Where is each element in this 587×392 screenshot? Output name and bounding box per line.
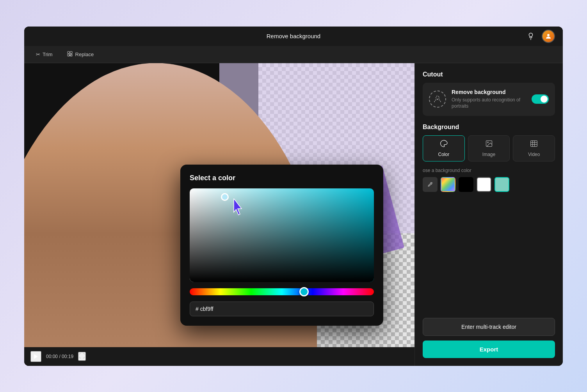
svg-rect-12 [531,141,537,147]
video-preview: Select a color [24,63,414,347]
main-content: Select a color [24,63,563,366]
svg-point-9 [436,96,439,99]
window-title: Remove background [267,33,320,39]
remove-bg-title: Remove background [452,89,526,95]
picker-cursor [221,193,229,201]
video-tab-label: Video [528,152,540,157]
right-panel: Cutout Remove background Only supports a… [414,63,563,366]
image-tab[interactable]: Image [468,135,510,161]
video-area: Select a color [24,63,414,366]
video-controls: 00:00 / 00:19 [24,347,414,366]
svg-rect-3 [68,51,69,53]
title-bar: Remove background [24,27,563,46]
time-display: 00:00 / 00:19 [46,354,73,359]
image-tab-icon [485,140,493,149]
svg-point-2 [547,34,550,36]
white-swatch[interactable] [477,177,491,192]
background-tabs: Color Image [423,135,555,161]
gradient-base [190,188,374,282]
color-tab[interactable]: Color [423,135,465,161]
svg-rect-5 [68,54,69,56]
time-current: 00:00 [46,354,58,359]
hex-input[interactable] [190,302,374,316]
cutout-section-title: Cutout [423,71,555,78]
replace-label: Replace [75,51,94,57]
eyedropper-swatch[interactable] [423,177,438,192]
cursor-pointer [231,199,246,220]
svg-marker-7 [234,199,242,215]
cutout-person-icon [429,90,446,108]
color-tab-icon [440,140,448,149]
background-section: Background Color [423,124,555,192]
cutout-text: Remove background Only supports auto rec… [452,89,526,110]
svg-rect-4 [70,51,72,53]
replace-button[interactable]: Replace [61,48,100,60]
image-tab-label: Image [482,152,495,157]
color-swatches [423,177,555,192]
svg-point-11 [487,142,488,143]
color-gradient-area[interactable] [190,188,374,282]
title-bar-actions [525,30,555,43]
hex-input-row [190,302,374,316]
replace-icon [67,51,73,58]
time-total: 00:19 [62,354,73,359]
svg-marker-8 [34,354,37,359]
picker-title: Select a color [190,174,374,182]
color-tab-label: Color [438,152,449,157]
trim-label: Trim [43,51,53,57]
app-window: Remove background ✂ Trim [24,27,563,366]
export-button[interactable]: Export [423,341,555,358]
trim-icon: ✂ [36,51,40,57]
export-label: Export [480,346,498,353]
spacer [423,200,555,310]
cutout-card: Remove background Only supports auto rec… [423,83,555,116]
gradient-swatch[interactable] [441,177,455,192]
bg-color-label: ose a background color [423,168,555,173]
remove-bg-toggle[interactable] [532,94,549,104]
black-swatch[interactable] [459,177,473,192]
trim-button[interactable]: ✂ Trim [30,49,58,60]
bottom-actions: Enter multi-track editor Export [423,318,555,358]
multi-track-label: Enter multi-track editor [461,324,516,330]
multi-track-button[interactable]: Enter multi-track editor [423,318,555,336]
video-tab-icon [530,140,538,149]
lightbulb-btn[interactable] [525,30,537,43]
color-picker-popup: Select a color [180,165,383,326]
hue-slider[interactable] [190,288,374,295]
fullscreen-button[interactable] [78,352,86,361]
teal-swatch[interactable] [495,177,509,192]
background-section-title: Background [423,124,555,131]
play-button[interactable] [30,351,41,362]
toolbar: ✂ Trim Replace [24,46,563,63]
video-tab[interactable]: Video [513,135,555,161]
hue-thumb[interactable] [299,287,309,296]
svg-point-0 [529,33,532,36]
user-avatar[interactable] [542,30,555,43]
cutout-section: Cutout Remove background Only supports a… [423,71,555,116]
remove-bg-subtitle: Only supports auto recognition of portra… [452,97,526,110]
